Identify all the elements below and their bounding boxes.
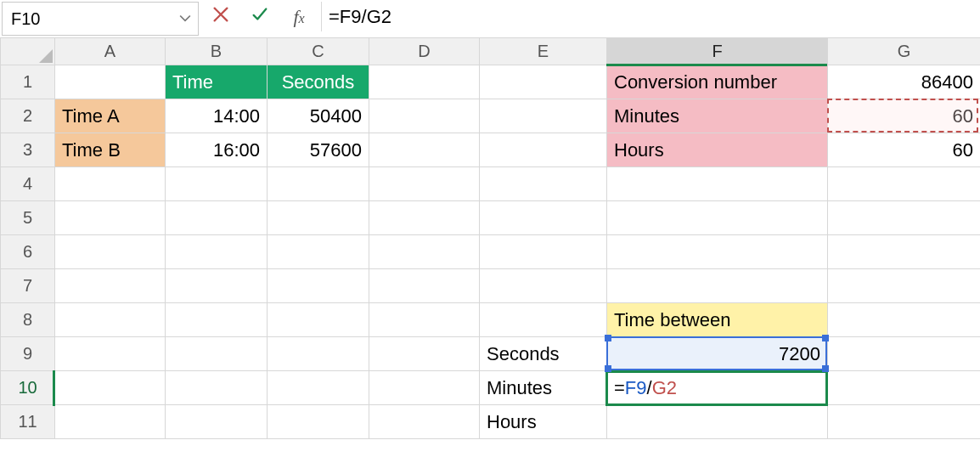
row-header[interactable]: 9: [1, 337, 55, 371]
cell[interactable]: [480, 133, 607, 167]
cell[interactable]: [166, 269, 268, 303]
cell[interactable]: 14:00: [166, 99, 268, 133]
cell[interactable]: [828, 269, 981, 303]
enter-button[interactable]: [243, 2, 277, 31]
cell[interactable]: [55, 235, 166, 269]
cell[interactable]: [607, 405, 828, 439]
row-header-active[interactable]: 10: [1, 371, 55, 405]
cell[interactable]: Time B: [55, 133, 166, 167]
cell[interactable]: [55, 65, 166, 99]
col-header[interactable]: A: [55, 38, 166, 65]
cell[interactable]: 86400: [828, 65, 981, 99]
cell[interactable]: [166, 167, 268, 201]
cell[interactable]: [828, 371, 981, 405]
cell[interactable]: [369, 303, 480, 337]
cell[interactable]: [828, 405, 981, 439]
cell[interactable]: [369, 201, 480, 235]
cell[interactable]: [268, 235, 369, 269]
cell[interactable]: [369, 405, 480, 439]
cell[interactable]: [607, 201, 828, 235]
cell[interactable]: [369, 65, 480, 99]
row-header[interactable]: 4: [1, 167, 55, 201]
cell[interactable]: [268, 371, 369, 405]
cell[interactable]: Seconds: [268, 65, 369, 99]
cell[interactable]: 16:00: [166, 133, 268, 167]
worksheet[interactable]: A B C D E F G 1 Time Seconds Conversion …: [0, 37, 980, 439]
col-header[interactable]: E: [480, 38, 607, 65]
cell[interactable]: [55, 371, 166, 405]
cell[interactable]: [480, 235, 607, 269]
cell[interactable]: [828, 303, 981, 337]
row-header[interactable]: 6: [1, 235, 55, 269]
insert-function-button[interactable]: fx: [282, 2, 316, 31]
cell[interactable]: [166, 405, 268, 439]
cell[interactable]: [480, 303, 607, 337]
cell[interactable]: [166, 337, 268, 371]
cell[interactable]: Minutes: [607, 99, 828, 133]
cell[interactable]: [369, 167, 480, 201]
cell[interactable]: [166, 201, 268, 235]
col-header-active[interactable]: F: [607, 38, 828, 65]
cell[interactable]: Seconds: [480, 337, 607, 371]
cell[interactable]: [55, 201, 166, 235]
cell[interactable]: [369, 133, 480, 167]
cell[interactable]: [268, 269, 369, 303]
cell[interactable]: [55, 167, 166, 201]
grid[interactable]: A B C D E F G 1 Time Seconds Conversion …: [0, 37, 980, 439]
row-header[interactable]: 5: [1, 201, 55, 235]
cell[interactable]: [369, 371, 480, 405]
cell[interactable]: [166, 235, 268, 269]
row-header[interactable]: 2: [1, 99, 55, 133]
cell[interactable]: 7200: [607, 337, 828, 371]
row-header[interactable]: 3: [1, 133, 55, 167]
cell[interactable]: [268, 303, 369, 337]
cell[interactable]: [480, 201, 607, 235]
cell[interactable]: [828, 167, 981, 201]
cell[interactable]: [480, 167, 607, 201]
cell[interactable]: Hours: [480, 405, 607, 439]
cell[interactable]: [55, 337, 166, 371]
chevron-down-icon[interactable]: [179, 9, 191, 29]
cell[interactable]: [828, 337, 981, 371]
select-all-corner[interactable]: [1, 38, 55, 65]
cell[interactable]: [480, 269, 607, 303]
cell[interactable]: [166, 303, 268, 337]
cell[interactable]: [268, 405, 369, 439]
name-box[interactable]: F10: [2, 2, 199, 36]
formula-input[interactable]: =F9/G2: [321, 2, 978, 31]
cell[interactable]: [268, 337, 369, 371]
col-header[interactable]: B: [166, 38, 268, 65]
cell[interactable]: Time between: [607, 303, 828, 337]
col-header[interactable]: C: [268, 38, 369, 65]
cell[interactable]: [55, 405, 166, 439]
cell[interactable]: 57600: [268, 133, 369, 167]
cell[interactable]: [607, 167, 828, 201]
cell[interactable]: 60: [828, 133, 981, 167]
cell[interactable]: [607, 269, 828, 303]
cell[interactable]: Conversion number: [607, 65, 828, 99]
cell[interactable]: [480, 65, 607, 99]
cell[interactable]: [268, 167, 369, 201]
cell[interactable]: [166, 371, 268, 405]
cell[interactable]: [369, 99, 480, 133]
row-header[interactable]: 11: [1, 405, 55, 439]
cell[interactable]: Time: [166, 65, 268, 99]
cell[interactable]: [369, 235, 480, 269]
cell[interactable]: [55, 269, 166, 303]
row-header[interactable]: 1: [1, 65, 55, 99]
active-cell-editing[interactable]: =F9/G2: [607, 371, 828, 405]
cell[interactable]: Minutes: [480, 371, 607, 405]
cell[interactable]: Time A: [55, 99, 166, 133]
cancel-button[interactable]: [204, 2, 238, 31]
cell[interactable]: [268, 201, 369, 235]
cell[interactable]: [828, 201, 981, 235]
cell[interactable]: [55, 303, 166, 337]
cell[interactable]: [369, 269, 480, 303]
row-header[interactable]: 7: [1, 269, 55, 303]
cell[interactable]: [480, 99, 607, 133]
cell[interactable]: [607, 235, 828, 269]
row-header[interactable]: 8: [1, 303, 55, 337]
col-header[interactable]: G: [828, 38, 981, 65]
cell[interactable]: 60: [828, 99, 981, 133]
cell[interactable]: [828, 235, 981, 269]
